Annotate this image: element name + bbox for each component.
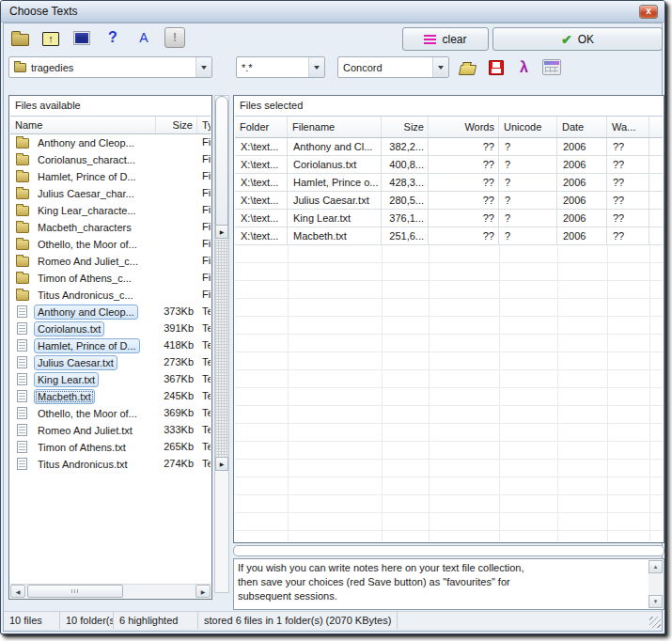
- scroll-left-button[interactable]: ◀: [10, 585, 25, 598]
- file-type: Te: [197, 304, 211, 320]
- folder-row[interactable]: Othello, the Moor of... Fi: [10, 236, 211, 253]
- column-header-unicode[interactable]: Unicode: [499, 117, 557, 137]
- folder-row[interactable]: King Lear_characte... Fi: [10, 202, 211, 219]
- column-header-date[interactable]: Date: [557, 117, 607, 137]
- file-size: 367Kb: [156, 371, 197, 388]
- column-header-folder[interactable]: Folder: [235, 117, 288, 137]
- folder-type: Fi: [197, 270, 211, 287]
- file-row[interactable]: Julius Caesar.txt 273Kb Te: [10, 354, 211, 371]
- cell-folder: X:\text...: [235, 138, 288, 155]
- folder-row[interactable]: Julius Caesar_char... Fi: [10, 185, 211, 202]
- folder-row[interactable]: Macbeth_characters Fi: [10, 219, 211, 236]
- folder-combobox[interactable]: tragedies: [8, 56, 212, 78]
- cell-date: 2006: [557, 156, 607, 173]
- folder-combobox-value: tragedies: [26, 62, 195, 73]
- disabled-warn-button: !: [164, 26, 186, 49]
- files-available-panel: Files available Name Size Ty Anthony and…: [8, 95, 212, 600]
- cell-date: 2006: [557, 210, 607, 227]
- cell-unicode: ?: [499, 138, 557, 155]
- cell-words: ??: [429, 156, 499, 173]
- lambda-button[interactable]: λ: [512, 55, 536, 79]
- scroll-down-button[interactable]: ▼: [649, 595, 663, 608]
- scroll-right-button[interactable]: ▶: [195, 585, 211, 598]
- file-row[interactable]: Coriolanus.txt 391Kb Te: [10, 320, 211, 337]
- scroll-up-button[interactable]: ▲: [649, 560, 663, 573]
- scroll-step-button-top[interactable]: ▶: [215, 225, 228, 239]
- table-row[interactable]: X:\text... Coriolanus.txt 400,8... ?? ? …: [235, 156, 663, 174]
- middle-scrollbar[interactable]: ▶ ▶: [214, 95, 229, 593]
- folder-row[interactable]: Anthony and Cleop... Fi: [10, 134, 211, 151]
- column-header-type[interactable]: Ty: [197, 117, 211, 133]
- column-header-warnings[interactable]: Wa...: [607, 117, 649, 137]
- file-row[interactable]: Titus Andronicus.txt 274Kb Te: [10, 456, 211, 473]
- notes-title-field[interactable]: [233, 545, 664, 556]
- table-row[interactable]: X:\text... King Lear.txt 376,1... ?? ? 2…: [235, 210, 663, 227]
- file-row[interactable]: Othello, the Moor of... 369Kb Te: [10, 405, 211, 422]
- choose-texts-dialog: Choose Texts x ↑ ? A ! clear ✔ OK traged…: [0, 0, 665, 634]
- file-row[interactable]: Romeo And Juliet.txt 333Kb Te: [10, 422, 211, 439]
- table-row[interactable]: X:\text... Macbeth.txt 251,6... ?? ? 200…: [235, 227, 663, 245]
- file-name: Romeo And Juliet.txt: [34, 423, 136, 438]
- folder-up-button[interactable]: ↑: [39, 26, 62, 49]
- grid-view-button[interactable]: [539, 55, 563, 79]
- table-row[interactable]: X:\text... Hamlet, Prince o... 428,3... …: [235, 174, 663, 192]
- column-header-words[interactable]: Words: [429, 117, 499, 137]
- resize-grip[interactable]: [649, 617, 661, 628]
- column-header-name[interactable]: Name: [10, 117, 156, 133]
- folder-row[interactable]: Timon of Athens_c... Fi: [10, 270, 211, 287]
- file-name: Macbeth.txt: [34, 389, 95, 404]
- filespec-combobox-dropdown[interactable]: [308, 57, 324, 77]
- vscrollbar-track[interactable]: [215, 240, 228, 457]
- file-row[interactable]: Timon of Athens.txt 265Kb Te: [10, 439, 211, 456]
- notes-text: If you wish you can write notes here on …: [238, 561, 647, 607]
- table-row[interactable]: X:\text... Anthony and Cl... 382,2... ??…: [235, 138, 663, 156]
- folder-name: Anthony and Cleop...: [34, 135, 138, 150]
- font-button[interactable]: A: [133, 26, 155, 49]
- folder-row[interactable]: Coriolanus_charact... Fi: [10, 151, 211, 168]
- folder-combobox-dropdown[interactable]: [195, 57, 211, 77]
- notes-area[interactable]: If you wish you can write notes here on …: [233, 558, 664, 610]
- clear-button[interactable]: clear: [402, 27, 489, 51]
- folder-rows: Anthony and Cleop... Fi Coriolanus_chara…: [10, 134, 211, 304]
- column-header-size[interactable]: Size: [156, 117, 197, 133]
- ok-button-label: OK: [578, 33, 594, 46]
- tool-combobox[interactable]: Concord: [337, 56, 449, 78]
- column-header-filename[interactable]: Filename: [288, 117, 382, 137]
- folder-row[interactable]: Hamlet, Prince of D... Fi: [10, 168, 211, 185]
- file-row[interactable]: Macbeth.txt 245Kb Te: [10, 388, 211, 405]
- view-button[interactable]: [70, 26, 93, 49]
- cell-words: ??: [429, 227, 499, 244]
- folder-icon: [16, 290, 29, 301]
- choose-folder-button[interactable]: [8, 26, 31, 49]
- close-button[interactable]: x: [639, 5, 658, 19]
- file-type: Te: [197, 405, 211, 422]
- open-favourites-button[interactable]: [456, 55, 479, 79]
- files-available-hscrollbar[interactable]: ◀ ▶: [10, 584, 211, 598]
- cell-filename: King Lear.txt: [288, 210, 382, 227]
- file-size: 273Kb: [156, 354, 197, 371]
- status-bar: 10 files 10 folder(s 6 highlighted store…: [4, 611, 662, 629]
- save-favourites-button[interactable]: [484, 55, 508, 79]
- scroll-step-button-bottom[interactable]: ▶: [215, 457, 228, 471]
- folder-row[interactable]: Romeo And Juliet_c... Fi: [10, 253, 211, 270]
- file-size: 418Kb: [156, 337, 197, 354]
- folder-row[interactable]: Titus Andronicus_c... Fi: [10, 287, 211, 304]
- file-name: Timon of Athens.txt: [34, 440, 130, 455]
- file-row[interactable]: Anthony and Cleop... 373Kb Te: [10, 304, 211, 320]
- ok-button[interactable]: ✔ OK: [492, 27, 663, 51]
- file-row[interactable]: King Lear.txt 367Kb Te: [10, 371, 211, 388]
- vscrollbar-thumb[interactable]: [215, 96, 228, 226]
- filespec-combobox[interactable]: *.*: [236, 56, 325, 78]
- tool-combobox-dropdown[interactable]: [432, 57, 448, 77]
- text-file-icon: [17, 407, 27, 419]
- chevron-down-icon: [438, 66, 444, 70]
- column-header-size[interactable]: Size: [382, 117, 429, 137]
- notes-scrollbar[interactable]: ▲ ▼: [649, 560, 663, 608]
- hscrollbar-thumb[interactable]: [27, 585, 123, 598]
- cell-folder: X:\text...: [235, 227, 288, 244]
- help-button[interactable]: ?: [102, 26, 124, 49]
- titlebar[interactable]: Choose Texts x: [1, 1, 664, 23]
- check-icon: ✔: [561, 33, 572, 46]
- file-row[interactable]: Hamlet, Prince of D... 418Kb Te: [10, 337, 211, 354]
- table-row[interactable]: X:\text... Julius Caesar.txt 280,5... ??…: [235, 192, 663, 210]
